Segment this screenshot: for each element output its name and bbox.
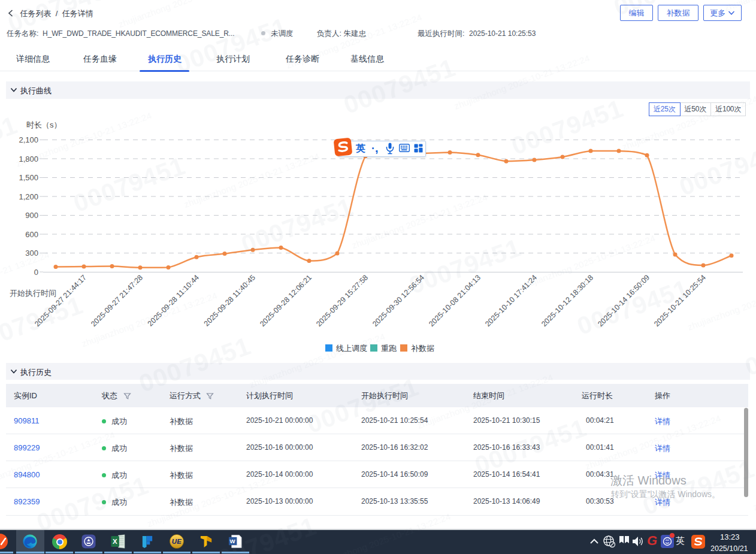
svg-text:开始执行时间: 开始执行时间 bbox=[10, 289, 56, 298]
svg-text:2025-09-27 21:44:17: 2025-09-27 21:44:17 bbox=[33, 273, 88, 328]
svg-text:UE: UE bbox=[172, 538, 182, 545]
svg-text:2025-10-10 17:41:24: 2025-10-10 17:41:24 bbox=[483, 273, 539, 328]
svg-text:2025-09-28 11:40:45: 2025-09-28 11:40:45 bbox=[202, 273, 257, 328]
svg-text:2025-09-28 12:06:21: 2025-09-28 12:06:21 bbox=[258, 273, 313, 328]
svg-text:2025-10-21 10:25:54: 2025-10-21 10:25:54 bbox=[652, 273, 707, 328]
svg-text:1,200: 1,200 bbox=[19, 192, 38, 201]
svg-text:X: X bbox=[113, 538, 117, 545]
svg-text:2025-09-30 12:56:54: 2025-09-30 12:56:54 bbox=[371, 273, 426, 328]
svg-text:600: 600 bbox=[25, 230, 38, 239]
svg-text:重跑: 重跑 bbox=[381, 344, 397, 353]
svg-text:1,800: 1,800 bbox=[19, 155, 38, 164]
svg-text:2,100: 2,100 bbox=[19, 135, 38, 144]
svg-text:2025-09-29 15:27:58: 2025-09-29 15:27:58 bbox=[315, 273, 370, 328]
svg-text:2025-09-27 21:47:28: 2025-09-27 21:47:28 bbox=[89, 273, 144, 328]
svg-text:300: 300 bbox=[25, 249, 38, 258]
svg-text:补数据: 补数据 bbox=[411, 344, 434, 353]
svg-text:2025-09-28 11:10:44: 2025-09-28 11:10:44 bbox=[146, 273, 201, 328]
svg-text:时长（s）: 时长（s） bbox=[26, 120, 62, 129]
svg-text:2025-10-12 18:30:18: 2025-10-12 18:30:18 bbox=[540, 273, 595, 328]
svg-text:2025-10-08 21:04:13: 2025-10-08 21:04:13 bbox=[427, 273, 482, 328]
svg-text:1,500: 1,500 bbox=[19, 173, 38, 182]
svg-text:2025-10-14 16:50:09: 2025-10-14 16:50:09 bbox=[596, 273, 651, 328]
svg-text:W: W bbox=[229, 538, 235, 544]
svg-text:线上调度: 线上调度 bbox=[336, 344, 367, 353]
svg-text:0: 0 bbox=[34, 268, 38, 277]
svg-text:900: 900 bbox=[25, 211, 38, 220]
